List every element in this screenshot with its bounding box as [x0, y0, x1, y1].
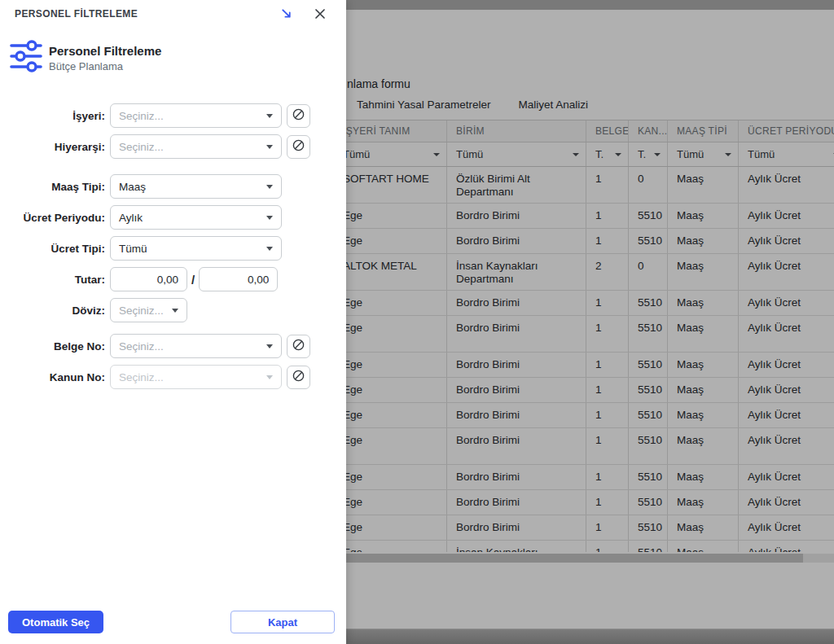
- chevron-down-icon: [266, 344, 273, 348]
- isyeri-select[interactable]: Seçiniz...: [110, 103, 282, 128]
- ucret-periyodu-select[interactable]: Aylık: [110, 205, 282, 230]
- hiyerarsi-select[interactable]: Seçiniz...: [110, 134, 282, 159]
- chevron-down-icon: [266, 145, 273, 149]
- ucret-tipi-select[interactable]: Tümü: [110, 236, 282, 261]
- isyeri-label: İşyeri:: [0, 110, 110, 122]
- ban-icon: [292, 338, 305, 354]
- auto-select-button[interactable]: Otomatik Seç: [8, 611, 103, 633]
- ucret-tipi-label: Ücret Tipi:: [0, 243, 110, 255]
- ban-icon: [292, 369, 305, 385]
- drawer-brand: Personel Filtreleme Bütçe Planlama: [8, 39, 161, 77]
- clear-belge-no-button[interactable]: [287, 335, 310, 358]
- expand-button[interactable]: [277, 6, 295, 24]
- chevron-down-icon: [266, 375, 273, 379]
- doviz-select[interactable]: Seçiniz...: [110, 298, 187, 322]
- chevron-down-icon: [266, 114, 273, 118]
- drawer-footer: Otomatik Seç Kapat: [0, 611, 346, 644]
- maas-tipi-label: Maaş Tipi:: [0, 181, 110, 193]
- doviz-placeholder: Seçiniz...: [119, 304, 164, 317]
- filter-sliders-icon: [8, 39, 44, 77]
- ban-icon: [292, 107, 305, 124]
- close-button[interactable]: [311, 6, 329, 24]
- kanun-no-placeholder: Seçiniz...: [119, 371, 164, 383]
- ucret-periyodu-label: Ücret Periyodu:: [0, 212, 110, 224]
- ucret-periyodu-value: Aylık: [119, 212, 143, 224]
- hiyerarsi-placeholder: Seçiniz...: [119, 141, 164, 153]
- clear-isyeri-button[interactable]: [287, 104, 310, 128]
- kanun-no-select: Seçiniz...: [110, 365, 282, 389]
- filter-form: İşyeri: Seçiniz... Hiyerarşi: Seçiniz...: [0, 103, 346, 396]
- hiyerarsi-label: Hiyerarşi:: [0, 141, 110, 153]
- personnel-filter-drawer: PERSONEL FİLTRELEME: [0, 0, 346, 644]
- chevron-down-icon: [266, 185, 273, 189]
- drawer-heading: Personel Filtreleme: [49, 44, 161, 58]
- belge-no-label: Belge No:: [0, 340, 110, 353]
- tutar-label: Tutar:: [0, 274, 110, 286]
- clear-kanun-no-button[interactable]: [287, 366, 310, 389]
- close-drawer-button[interactable]: Kapat: [230, 611, 335, 633]
- tutar-max-input[interactable]: [199, 267, 278, 291]
- chevron-down-icon: [266, 247, 273, 251]
- arrow-down-right-icon: [280, 7, 292, 22]
- drawer-title: PERSONEL FİLTRELEME: [15, 8, 138, 20]
- tutar-separator: /: [191, 273, 195, 287]
- maas-tipi-value: Maaş: [119, 181, 146, 193]
- tutar-min-input[interactable]: [110, 267, 187, 291]
- maas-tipi-select[interactable]: Maaş: [110, 174, 282, 199]
- belge-no-select[interactable]: Seçiniz...: [110, 334, 282, 358]
- close-icon: [314, 8, 326, 22]
- ban-icon: [292, 138, 305, 155]
- doviz-label: Döviz:: [0, 304, 110, 317]
- kanun-no-label: Kanun No:: [0, 371, 110, 383]
- drawer-subheading: Bütçe Planlama: [49, 60, 161, 72]
- ucret-tipi-value: Tümü: [119, 243, 147, 255]
- isyeri-placeholder: Seçiniz...: [119, 110, 164, 122]
- belge-no-placeholder: Seçiniz...: [119, 340, 164, 353]
- chevron-down-icon: [172, 309, 178, 313]
- clear-hiyerarsi-button[interactable]: [287, 135, 310, 159]
- chevron-down-icon: [266, 216, 273, 220]
